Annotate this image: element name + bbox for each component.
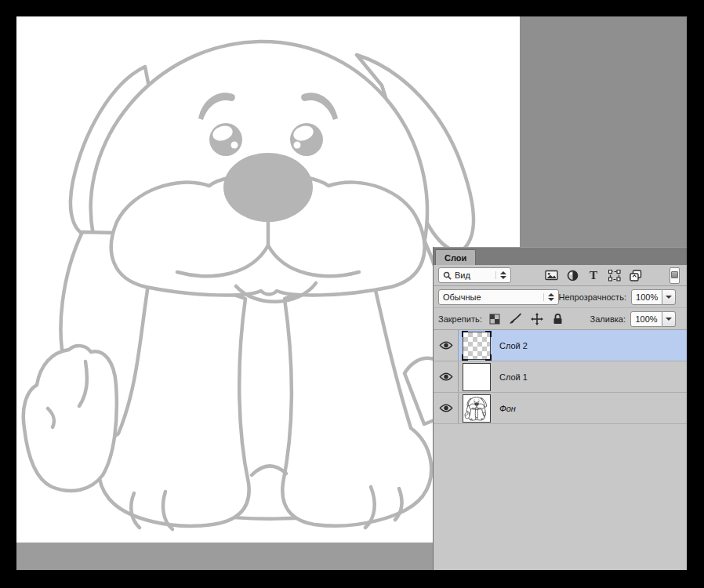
layer-row-fon[interactable]: Фон xyxy=(434,393,687,424)
layer-thumbnail-checker[interactable] xyxy=(463,332,491,360)
tab-layers[interactable]: Слои xyxy=(435,249,476,265)
lock-label: Закрепить: xyxy=(438,314,482,324)
shape-layers-filter-icon[interactable] xyxy=(608,268,622,282)
fill-value-field[interactable]: 100% xyxy=(630,311,662,327)
blend-opacity-row: Обычные Непрозрачность: 100% xyxy=(434,286,687,308)
selection-corner xyxy=(485,331,492,337)
eye-icon xyxy=(439,403,453,413)
select-spinner-icon xyxy=(543,293,554,301)
selection-corner xyxy=(485,354,492,361)
lock-fill-row: Закрепить: xyxy=(434,308,687,330)
panel-tab-bar: Слои xyxy=(434,247,687,265)
layer-thumbnail-white[interactable] xyxy=(463,363,491,391)
fill-label: Заливка: xyxy=(590,314,626,324)
selection-corner xyxy=(462,331,468,337)
eye-icon xyxy=(439,340,453,350)
fill-dropdown-button[interactable] xyxy=(662,311,676,327)
layer-name: Слой 1 xyxy=(499,372,528,382)
photoshop-window: Слои Вид xyxy=(0,0,704,588)
adjustment-layers-filter-glyph xyxy=(567,270,579,281)
lock-image-pixels-icon[interactable] xyxy=(509,312,523,326)
lock-all-icon[interactable] xyxy=(551,312,565,326)
opacity-value-field[interactable]: 100% xyxy=(631,289,662,305)
lock-icon xyxy=(553,313,563,325)
puppy-thumbnail xyxy=(464,396,489,421)
blend-mode-select[interactable]: Обычные xyxy=(438,289,559,305)
adjustment-layers-filter-icon[interactable] xyxy=(565,268,579,282)
visibility-toggle[interactable] xyxy=(434,393,459,423)
tab-layers-label: Слои xyxy=(445,253,466,263)
layer-main[interactable]: Фон xyxy=(459,393,687,423)
chevron-down-icon xyxy=(666,296,672,299)
type-layers-filter-icon[interactable]: T xyxy=(586,268,601,282)
layers-panel: Слои Вид xyxy=(433,247,687,570)
filter-kind-label: Вид xyxy=(455,270,470,280)
filter-toggle-knob xyxy=(671,271,678,278)
lock-transparent-glyph xyxy=(489,314,500,325)
opacity-value: 100% xyxy=(636,292,658,302)
layer-main[interactable]: Слой 2 xyxy=(459,330,687,361)
layer-thumbnail-artwork[interactable] xyxy=(463,394,491,423)
filter-type-icons: T xyxy=(544,268,643,282)
layer-name: Фон xyxy=(499,404,516,413)
layer-row-sloy-1[interactable]: Слой 1 xyxy=(434,361,687,393)
smart-object-filter-icon[interactable] xyxy=(629,268,643,282)
brush-icon xyxy=(509,313,522,325)
layer-filter-row: Вид T xyxy=(434,265,687,286)
opacity-label: Непрозрачность: xyxy=(559,292,626,302)
visibility-toggle[interactable] xyxy=(434,330,459,361)
lock-icons xyxy=(488,312,565,326)
lock-position-icon[interactable] xyxy=(530,312,544,326)
filter-toggle-switch[interactable] xyxy=(670,267,680,284)
eye-icon xyxy=(439,372,453,382)
pixel-layers-filter-glyph xyxy=(545,270,558,281)
blend-mode-value: Обычные xyxy=(443,292,481,302)
fill-value: 100% xyxy=(635,314,657,324)
pixel-layers-filter-icon[interactable] xyxy=(544,268,558,282)
smart-object-filter-glyph xyxy=(630,270,642,281)
layer-row-sloy-2[interactable]: Слой 2 xyxy=(434,330,687,361)
select-spinner-icon xyxy=(495,271,506,279)
layer-name: Слой 2 xyxy=(499,341,528,350)
search-icon xyxy=(443,271,452,280)
filter-kind-select[interactable]: Вид xyxy=(438,267,511,283)
move-icon xyxy=(531,313,543,325)
layer-main[interactable]: Слой 1 xyxy=(459,361,687,392)
chevron-down-icon xyxy=(666,318,672,321)
shape-layers-filter-glyph xyxy=(608,270,621,281)
visibility-toggle[interactable] xyxy=(434,361,459,392)
lock-transparent-pixels-icon[interactable] xyxy=(488,312,502,326)
opacity-dropdown-button[interactable] xyxy=(662,289,676,305)
selection-corner xyxy=(462,354,468,361)
